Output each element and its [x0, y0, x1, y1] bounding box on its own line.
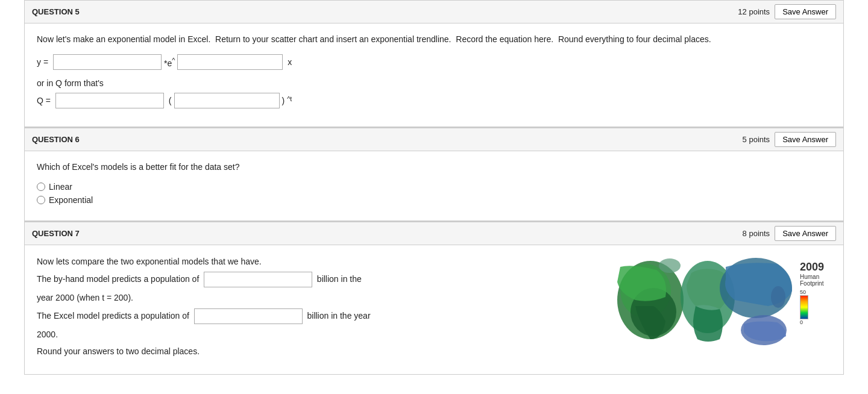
question5-body: Now let's make an exponential model in E… — [25, 23, 843, 127]
question6-title: QUESTION 6 — [32, 135, 80, 144]
page: QUESTION 5 12 points Save Answer Now let… — [0, 0, 868, 394]
question7-header-right: 8 points Save Answer — [743, 226, 836, 241]
option-exponential[interactable]: Exponential — [37, 195, 831, 205]
eq2-q-label: Q = — [37, 96, 51, 105]
eq2-paren-close: ) — [282, 96, 285, 105]
q7-excel-before: The Excel model predicts a population of — [37, 310, 189, 320]
legend-bar — [800, 295, 808, 319]
map-subtitle: Footprint — [800, 280, 823, 287]
question7-block: QUESTION 7 8 points Save Answer Now lets… — [24, 222, 844, 375]
question7-header: QUESTION 7 8 points Save Answer — [25, 222, 843, 245]
eq1-exponent-input[interactable] — [177, 54, 283, 70]
equation2-row: Q = ( ) ^t — [37, 93, 831, 108]
question7-content: Now lets compare the two exponential mod… — [37, 255, 831, 362]
svg-point-6 — [659, 258, 681, 273]
legend-container: 50 0 — [800, 289, 808, 325]
q7-year2000-line: 2000. — [37, 328, 590, 341]
eq2-t-suffix: ^t — [287, 95, 292, 107]
eq1-middle-text: *e^ — [164, 57, 175, 68]
eq2-first-input[interactable] — [55, 93, 164, 108]
map-title: Human — [800, 274, 819, 280]
world-map-svg — [602, 255, 795, 348]
question5-description: Now let's make an exponential model in E… — [37, 33, 831, 46]
legend-high: 50 — [800, 289, 806, 295]
legend-low: 0 — [800, 319, 803, 325]
q7-byhand-line: The by-hand model predicts a population … — [37, 272, 590, 287]
question7-points: 8 points — [743, 229, 770, 238]
equation1-row: y = *e^ x — [37, 54, 831, 70]
question6-points: 5 points — [743, 135, 770, 144]
eq1-coefficient-input[interactable] — [53, 54, 162, 70]
q7-byhand-after: billion in the — [317, 274, 362, 284]
q7-excel-after: billion in the year — [307, 310, 371, 320]
question7-body: Now lets compare the two exponential mod… — [25, 245, 843, 374]
question5-header-right: 12 points Save Answer — [738, 4, 836, 19]
question7-title: QUESTION 7 — [32, 229, 80, 238]
map-year: 2009 — [800, 261, 824, 274]
svg-point-7 — [771, 286, 785, 308]
eq2-paren-open: ( — [166, 96, 172, 105]
q7-byhand-before: The by-hand model predicts a population … — [37, 274, 199, 284]
eq1-x-label: x — [285, 57, 292, 67]
question6-body: Which of Excel's models is a better fit … — [25, 151, 843, 220]
radio-linear[interactable] — [37, 183, 45, 191]
question6-header: QUESTION 6 5 points Save Answer — [25, 128, 843, 151]
option-linear[interactable]: Linear — [37, 182, 831, 192]
q7-excel-line: The Excel model predicts a population of… — [37, 308, 590, 324]
question5-block: QUESTION 5 12 points Save Answer Now let… — [24, 0, 844, 127]
q7-byhand-input[interactable] — [204, 272, 312, 287]
map-info: 2009 Human Footprint 50 0 — [800, 255, 824, 325]
eq1-y-label: y = — [37, 57, 48, 67]
question5-header: QUESTION 5 12 points Save Answer — [25, 1, 843, 23]
radio-exponential[interactable] — [37, 196, 45, 204]
label-linear: Linear — [49, 182, 72, 192]
question7-text-side: Now lets compare the two exponential mod… — [37, 255, 590, 362]
question5-points: 12 points — [738, 7, 770, 16]
q7-intro: Now lets compare the two exponential mod… — [37, 255, 590, 268]
question5-title: QUESTION 5 — [32, 7, 80, 16]
q7-round-line: Round your answers to two decimal places… — [37, 345, 590, 358]
map-row: 2009 Human Footprint 50 0 — [602, 255, 831, 348]
question6-block: QUESTION 6 5 points Save Answer Which of… — [24, 128, 844, 221]
q7-excel-input[interactable] — [194, 308, 303, 324]
question6-save-button[interactable]: Save Answer — [775, 132, 836, 147]
question7-map-side: 2009 Human Footprint 50 0 — [602, 255, 831, 362]
question6-header-right: 5 points Save Answer — [743, 132, 836, 147]
q7-year-line: year 2000 (when t = 200). — [37, 291, 590, 304]
question7-save-button[interactable]: Save Answer — [775, 226, 836, 241]
question6-description: Which of Excel's models is a better fit … — [37, 161, 831, 174]
qform-label: or in Q form that's — [37, 78, 831, 88]
label-exponential: Exponential — [49, 195, 93, 205]
question5-save-button[interactable]: Save Answer — [775, 4, 836, 19]
eq2-base-input[interactable] — [174, 93, 280, 108]
